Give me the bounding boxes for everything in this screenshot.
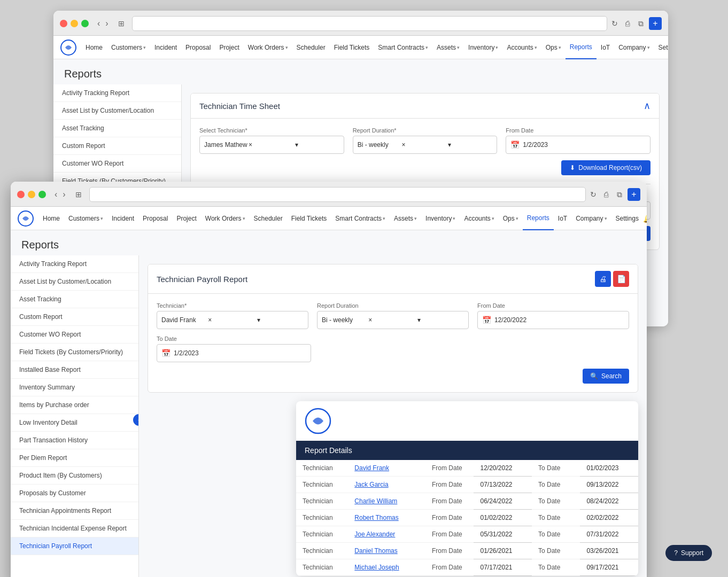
nav-workorders-back[interactable]: Work Orders ▾ <box>244 36 292 59</box>
tl-yellow-front[interactable] <box>28 191 35 198</box>
duration1-clear[interactable]: × <box>402 141 446 149</box>
tech-name-cell[interactable]: Daniel Thomas <box>348 543 425 559</box>
sidebar-item-9[interactable]: Low Inventory Detail <box>11 414 138 432</box>
tl-green-back[interactable] <box>81 20 89 27</box>
nav-home-back[interactable]: Home <box>81 36 107 59</box>
nav-ops-back[interactable]: Ops ▾ <box>541 36 566 59</box>
duration1-select[interactable]: Bi - weekly × ▾ <box>353 136 498 154</box>
tl-green-front[interactable] <box>38 191 46 198</box>
refresh-back[interactable]: ↻ <box>611 19 618 28</box>
sidebar-item-custom-back[interactable]: Custom Report <box>53 137 181 155</box>
nav-incident-back[interactable]: Incident <box>150 36 181 59</box>
fromdate-payroll-input[interactable]: 📅 12/20/2022 <box>477 311 629 329</box>
sidebar-item-16[interactable]: Technician Payroll Report <box>11 537 138 555</box>
sidebar-item-7[interactable]: Inventory Summary <box>11 379 138 396</box>
forward-btn-back[interactable]: › <box>103 18 110 29</box>
tl-red-front[interactable] <box>17 191 25 198</box>
share-btn-back[interactable]: ⎙ <box>622 17 633 30</box>
sidebar-item-11[interactable]: Per Diem Report <box>11 449 138 467</box>
sidebar-item-6[interactable]: Installed Base Report <box>11 361 138 379</box>
sidebar-item-15[interactable]: Technician Incidental Expense Report <box>11 520 138 537</box>
collapse-btn-timesheet[interactable]: ∧ <box>644 100 650 112</box>
back-btn-front[interactable]: ‹ <box>52 189 59 200</box>
fromdate1-input[interactable]: 📅 1/2/2023 <box>506 136 650 154</box>
tech-name-cell[interactable]: Jack Garcia <box>348 477 425 493</box>
search-btn-payroll[interactable]: 🔍 Search <box>583 369 629 384</box>
tech-payroll-select[interactable]: David Frank × ▾ <box>157 311 308 329</box>
nav-fieldtickets-front[interactable]: Field Tickets <box>287 207 331 230</box>
nav-assets-back[interactable]: Assets ▾ <box>432 36 464 59</box>
tech1-clear[interactable]: × <box>249 141 293 149</box>
tech-name-cell[interactable]: David Frank <box>348 460 425 477</box>
nav-ops-front[interactable]: Ops ▾ <box>499 207 523 230</box>
nav-home-front[interactable]: Home <box>38 207 64 230</box>
sidebar-item-custwo-back[interactable]: Customer WO Report <box>53 155 181 173</box>
tech-name-cell[interactable]: Robert Thomas <box>348 510 425 526</box>
tl-red-back[interactable] <box>60 20 67 27</box>
share-btn-front[interactable]: ⎙ <box>601 188 611 201</box>
notification-btn-front[interactable]: 🔔 1 <box>643 213 647 223</box>
nav-project-back[interactable]: Project <box>215 36 243 59</box>
support-button[interactable]: ? Support <box>665 545 712 561</box>
nav-assets-front[interactable]: Assets ▾ <box>390 207 421 230</box>
window-layout-back[interactable]: ⊞ <box>115 18 128 29</box>
nav-smartcontracts-back[interactable]: Smart Contracts ▾ <box>374 36 432 59</box>
refresh-front[interactable]: ↻ <box>590 190 597 199</box>
sidebar-item-assettracking-back[interactable]: Asset Tracking <box>53 120 181 137</box>
url-bar-back[interactable] <box>132 16 607 31</box>
nav-customers-back[interactable]: Customers ▾ <box>107 36 150 59</box>
nav-reports-back[interactable]: Reports <box>566 36 597 59</box>
tech-name-cell[interactable]: Michael Joseph <box>348 559 425 576</box>
nav-iot-back[interactable]: IoT <box>597 36 614 59</box>
nav-iot-front[interactable]: IoT <box>554 207 571 230</box>
tech1-select[interactable]: James Mathew × ▾ <box>199 136 344 154</box>
nav-scheduler-front[interactable]: Scheduler <box>250 207 287 230</box>
nav-scheduler-back[interactable]: Scheduler <box>292 36 330 59</box>
nav-workorders-front[interactable]: Work Orders ▾ <box>201 207 250 230</box>
nav-project-front[interactable]: Project <box>172 207 200 230</box>
nav-proposal-front[interactable]: Proposal <box>138 207 172 230</box>
url-bar-front[interactable] <box>89 187 586 202</box>
new-tab-btn-front[interactable]: + <box>628 188 640 201</box>
copy-btn-front[interactable]: ⧉ <box>614 188 625 201</box>
nav-company-back[interactable]: Company ▾ <box>614 36 654 59</box>
pdf-btn[interactable]: 📄 <box>613 271 629 287</box>
nav-inventory-front[interactable]: Inventory ▾ <box>421 207 460 230</box>
back-btn-back[interactable]: ‹ <box>95 18 102 29</box>
duration-payroll-clear[interactable]: × <box>368 316 415 324</box>
nav-proposal-back[interactable]: Proposal <box>181 36 215 59</box>
window-layout-front[interactable]: ⊞ <box>72 189 85 200</box>
nav-smartcontracts-front[interactable]: Smart Contracts ▾ <box>331 207 390 230</box>
nav-settings-front[interactable]: Settings <box>611 207 643 230</box>
sidebar-item-8[interactable]: Items by Purchase order <box>11 396 138 414</box>
nav-customers-front[interactable]: Customers ▾ <box>64 207 107 230</box>
nav-settings-back[interactable]: Settings <box>654 36 668 59</box>
sidebar-item-0[interactable]: Activity Tracking Report <box>11 255 138 273</box>
tech-name-cell[interactable]: Charlie William <box>348 493 425 510</box>
download-btn-1[interactable]: ⬇ Download Report(csv) <box>561 160 650 175</box>
todate-payroll-input[interactable]: 📅 1/2/2023 <box>157 344 311 362</box>
sidebar-item-12[interactable]: Product Item (By Customers) <box>11 467 138 485</box>
nav-incident-front[interactable]: Incident <box>107 207 138 230</box>
tech-name-cell[interactable]: Joe Alexander <box>348 526 425 543</box>
sidebar-item-activity-back[interactable]: Activity Tracking Report <box>53 84 181 102</box>
tl-yellow-back[interactable] <box>71 20 78 27</box>
sidebar-item-4[interactable]: Customer WO Report <box>11 326 138 344</box>
sidebar-item-14[interactable]: Technician Appointments Report <box>11 502 138 520</box>
nav-reports-front[interactable]: Reports <box>523 207 554 230</box>
print-btn[interactable]: 🖨 <box>595 271 611 287</box>
sidebar-item-1[interactable]: Asset List by Customer/Location <box>11 273 138 291</box>
sidebar-item-2[interactable]: Asset Tracking <box>11 291 138 308</box>
nav-accounts-back[interactable]: Accounts ▾ <box>502 36 541 59</box>
tech-payroll-clear[interactable]: × <box>208 316 254 324</box>
nav-fieldtickets-back[interactable]: Field Tickets <box>330 36 374 59</box>
duration-payroll-select[interactable]: Bi - weekly × ▾ <box>317 311 469 329</box>
sidebar-item-13[interactable]: Proposals by Customer <box>11 485 138 502</box>
nav-inventory-back[interactable]: Inventory ▾ <box>464 36 502 59</box>
sidebar-item-5[interactable]: Field Tickets (By Customers/Priority) <box>11 344 138 361</box>
nav-accounts-front[interactable]: Accounts ▾ <box>460 207 498 230</box>
sidebar-item-10[interactable]: Part Transaction History <box>11 432 138 449</box>
forward-btn-front[interactable]: › <box>60 189 67 200</box>
sidebar-item-assetlist-back[interactable]: Asset List by Customer/Location <box>53 102 181 120</box>
copy-btn-back[interactable]: ⧉ <box>635 17 647 30</box>
